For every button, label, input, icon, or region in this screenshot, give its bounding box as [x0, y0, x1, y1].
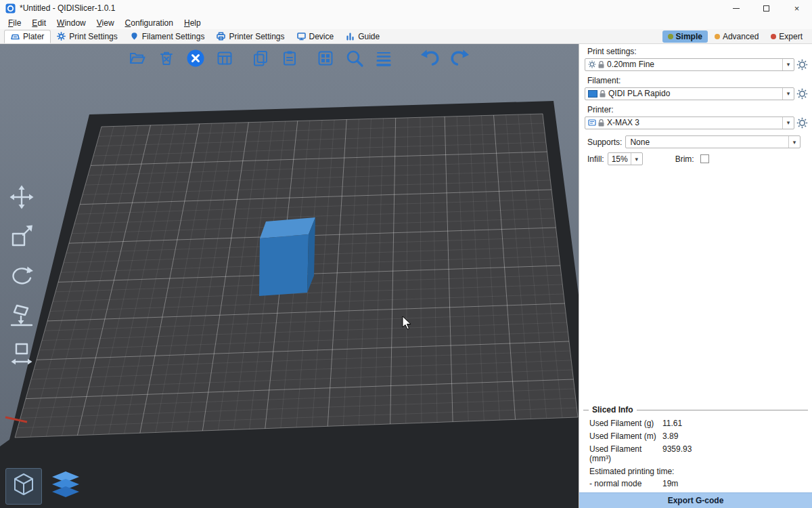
- split-button[interactable]: [315, 48, 336, 68]
- scene-canvas[interactable]: [0, 44, 579, 508]
- filament-icon: [130, 32, 139, 41]
- measure-tool-button[interactable]: [8, 341, 35, 368]
- menu-bar: File Edit Window View Configuration Help: [0, 16, 812, 29]
- mode-simple[interactable]: Simple: [662, 30, 708, 43]
- layers-stack-icon: [49, 470, 82, 503]
- scale-tool-button[interactable]: [8, 223, 35, 250]
- place-on-face-tool-button[interactable]: [8, 301, 35, 329]
- tab-plater[interactable]: Plater: [4, 30, 51, 43]
- printer-icon: [217, 32, 225, 41]
- title-bar: *Untitled - QIDISlicer-1.0.1 ×: [0, 0, 812, 16]
- supports-combo[interactable]: None ▾: [625, 135, 800, 148]
- model-cube[interactable]: [259, 217, 315, 296]
- print-settings-value: 0.20mm Fine: [607, 60, 782, 69]
- arrange-button[interactable]: [215, 48, 235, 68]
- redo-icon: [449, 49, 470, 68]
- place-on-face-icon: [9, 302, 35, 328]
- menu-configuration[interactable]: Configuration: [120, 17, 179, 29]
- variable-layer-height-button[interactable]: [374, 48, 394, 68]
- copy-button[interactable]: [250, 48, 271, 68]
- chevron-down-icon: ▾: [782, 88, 794, 100]
- open-project-button[interactable]: [127, 48, 148, 68]
- preview-view-button[interactable]: [47, 468, 84, 505]
- move-tool-button[interactable]: [8, 184, 35, 211]
- delete-all-button[interactable]: [185, 48, 206, 68]
- print-settings-combo[interactable]: 0.20mm Fine ▾: [585, 58, 794, 71]
- maximize-button[interactable]: [751, 0, 782, 16]
- lock-icon: [598, 61, 604, 68]
- menu-file[interactable]: File: [3, 17, 26, 29]
- infill-label: Infill:: [587, 154, 604, 164]
- expert-dot-icon: [771, 34, 776, 39]
- move-icon: [9, 184, 35, 210]
- manipulation-toolbar: [8, 184, 35, 368]
- chevron-down-icon: ▾: [782, 117, 794, 129]
- infill-value: 15%: [612, 154, 631, 164]
- settings-sidebar: Print settings: 0.20mm Fine ▾ Filament: …: [579, 44, 812, 508]
- window-title: *Untitled - QIDISlicer-1.0.1: [20, 3, 115, 13]
- minimize-icon: [733, 8, 740, 9]
- rotate-tool-button[interactable]: [8, 262, 35, 289]
- lock-icon: [600, 90, 606, 98]
- close-button[interactable]: ×: [782, 0, 812, 16]
- sliced-info-row: Used Filament (mm³)9359.93: [583, 442, 808, 465]
- redo-button[interactable]: [449, 48, 470, 68]
- tab-guide[interactable]: Guide: [340, 30, 386, 43]
- mode-expert[interactable]: Expert: [765, 30, 808, 43]
- mode-advanced[interactable]: Advanced: [709, 30, 764, 43]
- printer-value: X-MAX 3: [607, 118, 782, 127]
- search-button[interactable]: [344, 48, 365, 68]
- filament-gear-button[interactable]: [794, 87, 809, 100]
- menu-window[interactable]: Window: [51, 17, 91, 29]
- printer-label: Printer:: [587, 105, 812, 114]
- filament-combo[interactable]: QIDI PLA Rapido ▾: [585, 87, 794, 100]
- tab-device[interactable]: Device: [291, 30, 340, 43]
- filament-label: Filament:: [587, 76, 812, 85]
- chevron-down-icon: ▾: [782, 59, 794, 70]
- cube-view-icon: [10, 471, 37, 501]
- arrange-grid-icon: [216, 49, 233, 67]
- brim-checkbox[interactable]: [700, 154, 709, 163]
- copy-icon: [252, 49, 269, 67]
- print-settings-label: Print settings:: [587, 47, 812, 56]
- maximize-icon: [763, 5, 769, 12]
- bars-icon: [346, 32, 355, 41]
- sliced-info-row: Used Filament (m)3.89: [583, 429, 808, 442]
- export-gcode-button[interactable]: Export G-code: [579, 492, 812, 508]
- delete-button[interactable]: [156, 48, 177, 68]
- sliced-info-panel: Sliced Info Used Filament (g)11.61 Used …: [583, 410, 808, 490]
- menu-edit[interactable]: Edit: [26, 17, 51, 29]
- lock-icon: [598, 119, 604, 127]
- split-objects-icon: [317, 49, 334, 67]
- gear-icon: [57, 32, 66, 41]
- tab-bar: Plater Print Settings Filament Settings …: [0, 29, 812, 44]
- estimated-time-label: Estimated printing time:: [583, 465, 808, 477]
- layer-lines-icon: [375, 49, 392, 67]
- viewport-3d[interactable]: [0, 44, 579, 508]
- measure-icon: [9, 341, 35, 367]
- editor-view-button[interactable]: [5, 468, 42, 505]
- simple-dot-icon: [668, 34, 673, 39]
- rotate-icon: [9, 263, 35, 289]
- tab-print-settings[interactable]: Print Settings: [51, 30, 123, 43]
- minimize-button[interactable]: [721, 0, 751, 16]
- print-settings-gear-button[interactable]: [794, 58, 809, 71]
- view-switcher: [5, 468, 84, 505]
- paste-button[interactable]: [279, 48, 300, 68]
- menu-help[interactable]: Help: [179, 17, 206, 29]
- trash-icon: [158, 49, 175, 67]
- tab-printer-settings[interactable]: Printer Settings: [210, 30, 290, 43]
- brim-label: Brim:: [675, 154, 694, 164]
- tab-filament-settings[interactable]: Filament Settings: [124, 30, 211, 43]
- delete-all-icon: [186, 49, 205, 68]
- menu-view[interactable]: View: [91, 17, 120, 29]
- infill-combo[interactable]: 15% ▾: [608, 152, 643, 165]
- plater-icon: [11, 33, 20, 41]
- undo-button[interactable]: [420, 48, 441, 68]
- supports-label: Supports:: [587, 137, 622, 147]
- filament-value: QIDI PLA Rapido: [608, 89, 782, 98]
- undo-icon: [420, 49, 441, 68]
- printer-gear-button[interactable]: [794, 116, 809, 129]
- printer-combo[interactable]: X-MAX 3 ▾: [585, 117, 794, 129]
- sliced-info-row: Used Filament (g)11.61: [583, 417, 808, 429]
